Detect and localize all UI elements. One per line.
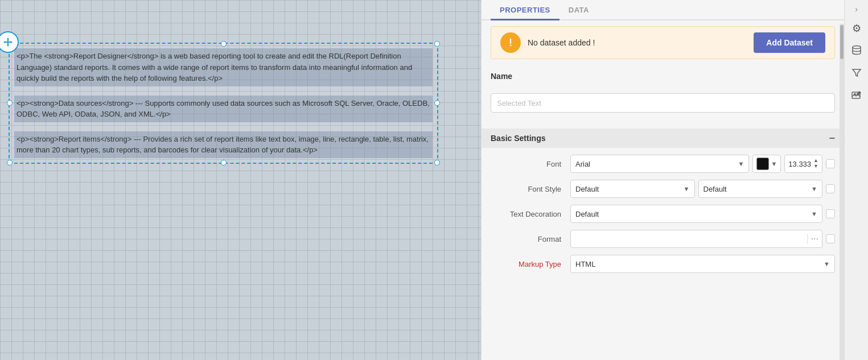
font-style-select[interactable]: Default ▼ xyxy=(570,180,695,198)
font-checkbox[interactable] xyxy=(826,159,835,168)
filter-button[interactable] xyxy=(846,64,867,84)
font-color-chevron: ▼ xyxy=(771,160,777,167)
font-style-controls: Default ▼ Default ▼ xyxy=(570,180,835,198)
canvas-grid: <p>The <strong>Report Designer</strong> … xyxy=(0,0,481,360)
handle-bottom-left[interactable] xyxy=(7,160,13,165)
tab-data[interactable]: DATA xyxy=(560,0,598,20)
handle-bottom-right[interactable] xyxy=(434,160,440,165)
format-row: Format ··· xyxy=(491,230,835,248)
font-size-down[interactable]: ▼ xyxy=(813,164,818,169)
alert-banner: ! No dataset added ! Add Dataset xyxy=(491,26,835,59)
image-edit-button[interactable] xyxy=(846,86,867,107)
text-decoration-select[interactable]: Default ▼ xyxy=(570,205,822,223)
font-family-value: Arial xyxy=(575,160,736,168)
handle-top-middle[interactable] xyxy=(221,41,227,47)
font-style-chevron: ▼ xyxy=(684,185,690,192)
format-dots-button[interactable]: ··· xyxy=(807,234,822,244)
text-decoration-row: Text Decoration Default ▼ xyxy=(491,205,835,223)
font-style-row: Font Style Default ▼ Default ▼ xyxy=(491,180,835,198)
format-checkbox[interactable] xyxy=(826,234,835,243)
gear-icon: ⚙ xyxy=(852,22,861,35)
filter-icon xyxy=(851,67,862,81)
markup-type-value: HTML xyxy=(575,260,821,268)
paragraph-2: <p><strong>Data sources</strong> --- Sup… xyxy=(14,96,433,122)
format-input[interactable] xyxy=(571,235,807,243)
text-decoration-label: Text Decoration xyxy=(491,210,570,218)
font-settings-area: Font Arial ▼ ▼ 13.333 xyxy=(482,148,844,280)
font-controls: Arial ▼ ▼ 13.333 ▲ ▼ xyxy=(570,155,835,173)
canvas-area: <p>The <strong>Report Designer</strong> … xyxy=(0,0,481,360)
tabs-bar: PROPERTIES DATA xyxy=(482,0,844,20)
format-label: Format xyxy=(491,235,570,243)
gear-button[interactable]: ⚙ xyxy=(846,18,867,39)
markup-type-chevron: ▼ xyxy=(824,260,830,267)
name-field-row: Name xyxy=(491,72,835,84)
font-label: Font xyxy=(491,160,570,168)
basic-settings-label: Basic Settings xyxy=(491,134,545,143)
sidebar-collapse-icon[interactable]: › xyxy=(855,5,858,14)
font-weight-select[interactable]: Default ▼ xyxy=(698,180,823,198)
font-family-chevron: ▼ xyxy=(738,160,744,167)
scrollbar[interactable] xyxy=(840,24,844,360)
font-color-select[interactable]: ▼ xyxy=(752,155,781,173)
font-weight-value: Default xyxy=(704,185,809,193)
text-box-container[interactable]: <p>The <strong>Report Designer</strong> … xyxy=(9,43,438,164)
name-input-wrapper xyxy=(491,93,835,113)
add-dataset-button[interactable]: Add Dataset xyxy=(754,32,825,53)
markup-type-label: Markup Type xyxy=(491,260,570,268)
warning-icon: ! xyxy=(500,32,521,53)
tab-properties[interactable]: PROPERTIES xyxy=(491,0,560,20)
basic-settings-header: Basic Settings − xyxy=(482,129,844,148)
alert-message: No dataset added ! xyxy=(528,38,747,47)
svg-point-0 xyxy=(853,45,861,48)
markup-type-select[interactable]: HTML ▼ xyxy=(570,255,835,273)
markup-type-row: Markup Type HTML ▼ xyxy=(491,255,835,273)
font-style-value: Default xyxy=(575,185,681,193)
font-size-input[interactable]: 13.333 ▲ ▼ xyxy=(784,155,822,173)
scrollbar-thumb[interactable] xyxy=(840,25,844,59)
handle-middle-right[interactable] xyxy=(434,100,440,106)
text-decoration-controls: Default ▼ xyxy=(570,205,835,223)
font-color-swatch xyxy=(756,158,769,170)
format-controls: ··· xyxy=(570,230,835,248)
markup-type-controls: HTML ▼ xyxy=(570,255,835,273)
image-edit-icon xyxy=(851,90,862,104)
text-content: <p>The <strong>Report Designer</strong> … xyxy=(10,44,437,163)
text-decoration-chevron: ▼ xyxy=(811,210,817,217)
font-family-select[interactable]: Arial ▼ xyxy=(570,155,749,173)
sidebar-icons: › ⚙ xyxy=(844,0,868,360)
font-size-value: 13.333 xyxy=(788,160,811,168)
paragraph-1: <p>The <strong>Report Designer</strong> … xyxy=(14,48,433,86)
paragraph-3: <p><strong>Report items</strong> --- Pro… xyxy=(14,131,433,158)
name-label: Name xyxy=(491,72,512,81)
handle-top-right[interactable] xyxy=(434,41,440,47)
format-input-group: ··· xyxy=(570,230,822,248)
name-input[interactable] xyxy=(491,93,835,113)
text-decoration-value: Default xyxy=(575,210,809,218)
properties-body: Name xyxy=(482,65,844,129)
font-size-arrows: ▲ ▼ xyxy=(813,158,818,169)
right-panel: PROPERTIES DATA ! No dataset added ! Add… xyxy=(481,0,868,360)
panel-content: PROPERTIES DATA ! No dataset added ! Add… xyxy=(482,0,844,360)
font-weight-chevron: ▼ xyxy=(811,185,817,192)
handle-bottom-middle[interactable] xyxy=(221,160,227,165)
text-decoration-checkbox[interactable] xyxy=(826,209,835,218)
font-style-label: Font Style xyxy=(491,185,570,193)
font-style-checkbox[interactable] xyxy=(826,184,835,193)
database-icon xyxy=(851,44,862,59)
database-button[interactable] xyxy=(846,41,867,61)
font-row: Font Arial ▼ ▼ 13.333 xyxy=(491,155,835,173)
collapse-icon[interactable]: − xyxy=(829,133,835,143)
